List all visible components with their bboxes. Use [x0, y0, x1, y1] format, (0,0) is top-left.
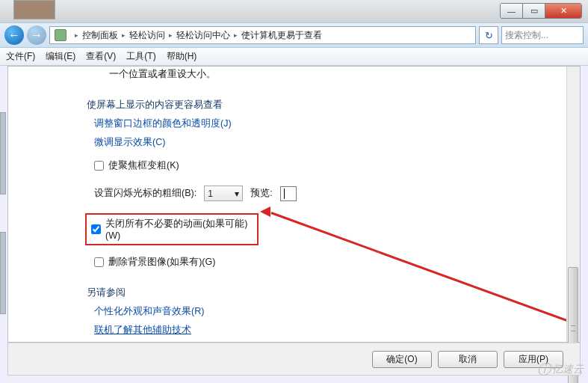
caption-button-group: — ▭ ✕	[500, 3, 582, 19]
chevron-right-icon: ▸	[234, 31, 238, 39]
link-finetune-display[interactable]: 微调显示效果(C)	[94, 136, 544, 149]
menubar: 文件(F) 编辑(E) 查看(V) 工具(T) 帮助(H)	[0, 48, 588, 66]
navbar: ← → ▸ 控制面板 ▸ 轻松访问 ▸ 轻松访问中心 ▸ 使计算机更易于查看 ↻…	[0, 22, 588, 48]
fragment-text: 一个位置或者重设大小。	[109, 68, 544, 81]
chevron-right-icon: ▸	[169, 31, 173, 39]
chevron-down-icon: ▾	[235, 189, 239, 199]
cursor-thickness-value: 1	[208, 189, 213, 199]
bc-item[interactable]: 轻松访问	[129, 29, 165, 42]
check-remove-bg-row[interactable]: 删除背景图像(如果有)(G)	[94, 256, 544, 269]
check-remove-bg-label: 删除背景图像(如果有)(G)	[108, 256, 215, 269]
bc-item[interactable]: 使计算机更易于查看	[241, 29, 322, 42]
link-adjust-border[interactable]: 调整窗口边框的颜色和透明度(J)	[94, 117, 544, 130]
watermark-text: 亿速云	[552, 363, 584, 376]
check-disable-animations[interactable]	[91, 224, 101, 234]
bc-root-chevron: ▸	[75, 31, 78, 39]
cursor-thickness-select[interactable]: 1 ▾	[204, 186, 243, 201]
menu-view[interactable]: 查看(V)	[86, 50, 116, 63]
chevron-right-icon: ▸	[122, 31, 126, 39]
nav-forward-button[interactable]: →	[27, 25, 46, 45]
cursor-thickness-label: 设置闪烁光标的粗细(B):	[94, 187, 196, 200]
breadcrumb-icon	[55, 29, 66, 41]
check-focus-bold-label: 使聚焦框变粗(K)	[108, 159, 179, 172]
bc-item[interactable]: 控制面板	[82, 29, 118, 42]
ok-button[interactable]: 确定(O)	[372, 351, 432, 368]
refresh-button[interactable]: ↻	[479, 26, 498, 44]
breadcrumb[interactable]: ▸ 控制面板 ▸ 轻松访问 ▸ 轻松访问中心 ▸ 使计算机更易于查看	[49, 26, 476, 44]
check-focus-bold[interactable]	[94, 161, 104, 171]
preview-label: 预览:	[250, 187, 272, 200]
annotation-arrow-head	[255, 206, 270, 217]
button-panel: 确定(O) 取消 应用(P)	[7, 343, 581, 376]
section-display-heading: 使屏幕上显示的内容更容易查看	[87, 99, 544, 111]
annotation-highlight: 关闭所有不必要的动画(如果可能)(W)	[85, 213, 259, 245]
bc-item[interactable]: 轻松访问中心	[176, 29, 230, 42]
menu-tools[interactable]: 工具(T)	[126, 50, 155, 63]
watermark-logo-icon: ⓘ	[537, 361, 551, 379]
cancel-button[interactable]: 取消	[438, 351, 498, 368]
check-focus-bold-row[interactable]: 使聚焦框变粗(K)	[94, 159, 544, 172]
cursor-preview	[280, 186, 297, 201]
bg-thumb	[0, 112, 6, 194]
menu-edit[interactable]: 编辑(E)	[46, 50, 75, 63]
window-caption: — ▭ ✕	[0, 0, 588, 22]
check-disable-anim-label: 关闭所有不必要的动画(如果可能)(W)	[105, 218, 253, 241]
close-button[interactable]: ✕	[545, 4, 581, 18]
check-remove-bg[interactable]	[94, 257, 104, 267]
minimize-button[interactable]: —	[501, 4, 523, 18]
bg-thumb	[13, 0, 55, 19]
section-seealso-heading: 另请参阅	[87, 287, 544, 299]
menu-file[interactable]: 文件(F)	[6, 50, 35, 63]
nav-back-button[interactable]: ←	[4, 25, 24, 45]
search-input[interactable]: 搜索控制...	[501, 26, 584, 44]
content: 一个位置或者重设大小。 使屏幕上显示的内容更容易查看 调整窗口边框的颜色和透明度…	[8, 67, 566, 342]
check-disable-anim-row[interactable]: 关闭所有不必要的动画(如果可能)(W)	[91, 218, 253, 241]
scrollbar[interactable]	[566, 67, 580, 342]
link-learn-assist[interactable]: 联机了解其他辅助技术	[94, 324, 544, 337]
content-wrap: 一个位置或者重设大小。 使屏幕上显示的内容更容易查看 调整窗口边框的颜色和透明度…	[7, 66, 581, 343]
menu-help[interactable]: 帮助(H)	[167, 50, 197, 63]
bg-thumb	[0, 232, 6, 314]
cursor-thickness-row: 设置闪烁光标的粗细(B): 1 ▾ 预览:	[94, 186, 544, 201]
maximize-button[interactable]: ▭	[523, 4, 545, 18]
link-personalize[interactable]: 个性化外观和声音效果(R)	[94, 305, 544, 318]
watermark: ⓘ 亿速云	[537, 361, 584, 379]
